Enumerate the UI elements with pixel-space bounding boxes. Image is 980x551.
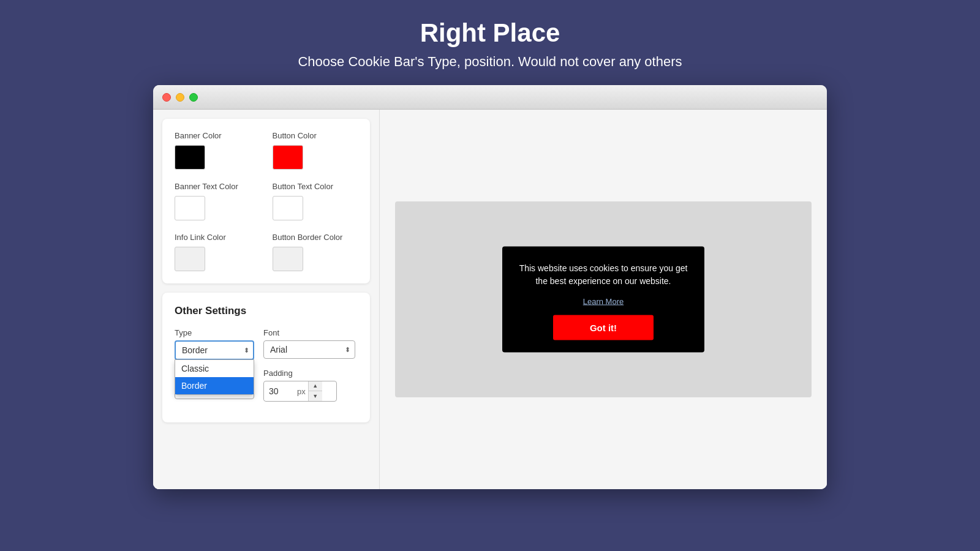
preview-area: This website uses cookies to ensure you … (395, 201, 812, 397)
browser-content: Banner Color Button Color Banner Text Co… (153, 110, 827, 489)
button-border-color-setting: Button Border Color (273, 233, 358, 271)
padding-down-button[interactable]: ▼ (309, 391, 322, 401)
browser-titlebar (153, 85, 827, 110)
font-select-wrapper: Arial Georgia Verdana (263, 340, 355, 359)
banner-text-color-swatch[interactable] (175, 196, 205, 220)
padding-input[interactable] (264, 383, 295, 400)
button-text-color-setting: Button Text Color (273, 182, 358, 220)
button-border-color-label: Button Border Color (273, 233, 358, 242)
cookie-banner: This website uses cookies to ensure you … (502, 247, 704, 353)
page-subtitle: Choose Cookie Bar's Type, position. Woul… (298, 54, 682, 70)
page-title: Right Place (420, 18, 560, 48)
color-grid: Banner Color Button Color Banner Text Co… (175, 131, 358, 271)
type-select[interactable]: Border Classic (175, 340, 254, 360)
left-panel: Banner Color Button Color Banner Text Co… (153, 110, 380, 489)
other-settings-card: Other Settings Type Border Classic (162, 293, 370, 422)
type-select-wrapper: Border Classic (175, 340, 254, 360)
padding-spinners: ▲ ▼ (308, 381, 322, 401)
info-link-color-setting: Info Link Color (175, 233, 260, 271)
padding-unit: px (295, 387, 308, 396)
button-color-setting: Button Color (273, 131, 358, 170)
padding-label: Padding (263, 369, 337, 378)
info-link-color-swatch[interactable] (175, 247, 205, 271)
minimize-button[interactable] (176, 93, 184, 102)
type-dropdown-wrapper: Border Classic Classic Border (175, 340, 254, 360)
font-label: Font (263, 328, 355, 337)
banner-color-label: Banner Color (175, 131, 260, 140)
type-field: Type Border Classic Classic (175, 328, 254, 360)
button-border-color-swatch[interactable] (273, 247, 303, 271)
padding-field: Padding px ▲ ▼ (263, 369, 337, 402)
type-option-classic[interactable]: Classic (175, 360, 254, 377)
type-option-border[interactable]: Border (175, 377, 254, 394)
font-field: Font Arial Georgia Verdana (263, 328, 355, 359)
maximize-button[interactable] (189, 93, 198, 102)
cookie-got-it-button[interactable]: Got it! (553, 315, 654, 340)
type-label: Type (175, 328, 254, 337)
colors-card: Banner Color Button Color Banner Text Co… (162, 119, 370, 283)
font-select[interactable]: Arial Georgia Verdana (263, 340, 355, 359)
banner-text-color-setting: Banner Text Color (175, 182, 260, 220)
button-text-color-label: Button Text Color (273, 182, 358, 191)
banner-color-setting: Banner Color (175, 131, 260, 170)
padding-up-button[interactable]: ▲ (309, 381, 322, 391)
padding-input-wrapper: px ▲ ▼ (263, 381, 337, 402)
type-dropdown-list: Classic Border (175, 359, 254, 395)
close-button[interactable] (162, 93, 171, 102)
button-color-swatch[interactable] (273, 145, 303, 170)
other-settings-title: Other Settings (175, 305, 358, 317)
type-font-row: Type Border Classic Classic (175, 328, 358, 360)
info-link-color-label: Info Link Color (175, 233, 260, 242)
banner-color-swatch[interactable] (175, 145, 205, 170)
cookie-banner-text: This website uses cookies to ensure you … (518, 262, 689, 288)
right-panel: This website uses cookies to ensure you … (380, 110, 827, 489)
cookie-learn-more-link[interactable]: Learn More (583, 297, 624, 306)
button-text-color-swatch[interactable] (273, 196, 303, 220)
button-color-label: Button Color (273, 131, 358, 140)
banner-text-color-label: Banner Text Color (175, 182, 260, 191)
browser-window: Banner Color Button Color Banner Text Co… (153, 85, 827, 489)
